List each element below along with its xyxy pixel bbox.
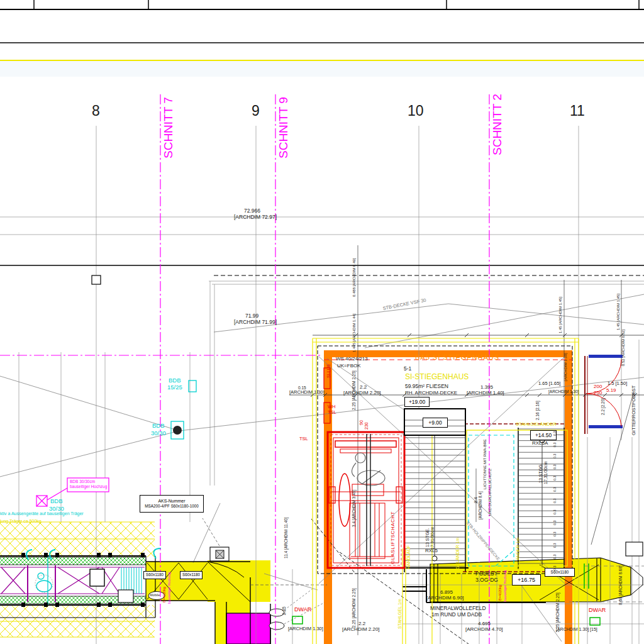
- duct-hochzug-1: bauseitiger Hochzug: [168, 572, 172, 604]
- steel-railing-label-2: STAHLGEL.1m: [397, 599, 402, 629]
- aks-line-1: AKS-Nummer: [158, 499, 185, 503]
- dim-145-right: 1.45 [ARCHDIM 1.45]: [616, 294, 620, 330]
- rxl5-label: RXL5: [425, 548, 438, 553]
- dim-165: 1.65 [1.65]: [538, 381, 560, 386]
- person-figure: [352, 453, 385, 486]
- light-tunnel-note-1: LICHTTONNE MIT RWA-BRE: [483, 439, 487, 489]
- tsl-label-2: TSL: [299, 436, 308, 441]
- riser-dim: 0.3: [553, 453, 557, 458]
- dim-84-archdim: [ARCHDIM 8.4]: [479, 491, 483, 519]
- elevation-7199-archdim: [ARCHDIM 71.99]: [234, 319, 277, 325]
- grid-label-11: 11: [570, 104, 585, 118]
- dim-145-left: 1.45 [ARCHDIM 1.45]: [558, 297, 562, 333]
- dim-114: 11.4 [ARCHDIM 11.40]: [284, 517, 289, 558]
- riser-dim: 0.3: [553, 521, 557, 526]
- si-lue-label: SI-LUE: [326, 364, 331, 378]
- double-door: [585, 355, 623, 434]
- duct-weight-2: B=4020kg: [499, 585, 502, 601]
- grid-label-8: 8: [92, 104, 100, 118]
- yellow-note: lung Träger ca 500kg: [0, 519, 42, 523]
- rxl5a-label: RXL5A: [532, 441, 548, 446]
- dim-34: 3.4 [ARCHDIM 3.40]: [352, 490, 357, 527]
- dim-84: 8.4: [474, 497, 478, 503]
- bdb-label-1b: 15/25: [167, 384, 182, 391]
- mobile-tag: Mobile: [150, 594, 160, 597]
- riser-dim: 0.3: [553, 476, 557, 481]
- elevation-7199: 71.99: [245, 313, 258, 319]
- section-label-2: SCHNITT 2: [491, 94, 503, 155]
- magenta-note-2: bauseitiger Hochzug: [70, 485, 107, 489]
- shaft-centerlines: [367, 434, 370, 566]
- leader-line: [591, 391, 634, 545]
- riser-dim: 0.3: [553, 509, 557, 514]
- dim-22-upper: 2.2: [360, 385, 367, 390]
- level-box-1675: +16.75: [512, 574, 541, 586]
- dim-225-left: 2.25: [282, 606, 286, 615]
- riser-dim: 0.3: [553, 431, 557, 436]
- door-height: 250: [594, 391, 602, 396]
- cyan-note: ktiv a Aussengeräte auf bauseitigen Träg…: [0, 511, 84, 516]
- riser-dim: 0.3: [553, 487, 557, 492]
- riser-dim: 0.3: [553, 554, 557, 559]
- dim-220-upper: [ARCHDIM 2.20]: [343, 391, 381, 396]
- grating-podium-label: GITTERROSTPODEST: [631, 386, 636, 435]
- room-area: 59.95m² FLIESEN: [405, 384, 448, 389]
- wh-label: WH: [328, 404, 336, 409]
- tsl-label: TSL: [328, 410, 336, 415]
- bdb-column-symbol: [173, 426, 182, 435]
- dim-220-lower: [ARCHDIM 2.20]: [342, 627, 380, 632]
- dim-22-lower: 2.2: [358, 621, 365, 626]
- dim-052: 0.52 [ARCHDIM 0.52]: [621, 330, 625, 366]
- dim-690: [ARCHDIM 6.90]: [426, 596, 464, 601]
- dim-130-door: [ARCHDIM 1.30]: [548, 390, 579, 394]
- dim-1395: 1.395: [480, 385, 493, 390]
- grid-label-10: 10: [408, 104, 424, 118]
- riser-dim: 0.3: [553, 442, 557, 447]
- aks-line-2: MSA200-4/PF S60x1180-1000: [145, 504, 198, 508]
- grid-label-9: 9: [252, 104, 260, 118]
- riser-dim: 0.3: [553, 543, 557, 548]
- dim-868: 8.68 [ARCHDIM 8.68]: [619, 565, 623, 605]
- door-number: 5.19: [606, 388, 616, 393]
- door-width: 200: [594, 384, 602, 389]
- dim-216: 2.16 [2.16]: [536, 401, 540, 420]
- riser-dim: 0.3: [553, 532, 557, 537]
- duct-label-1: S60x1180: [143, 571, 166, 579]
- faint-band: [0, 61, 644, 77]
- riser-dim: 0.3: [553, 465, 557, 470]
- mineral-wool-note-2: 1m RUND UM DADB: [431, 612, 482, 618]
- stair-count-right: 13 STGG.: [538, 463, 543, 483]
- dim-225-right: 2.25 [ARCHDIM 2.25]: [556, 592, 560, 632]
- glass-lift-label: GLASLIFTSCHACHT: [391, 511, 396, 564]
- uk-note: UK=FBOK: [337, 364, 361, 369]
- stair-riser-left: 17,31/30cm: [430, 526, 435, 550]
- magenta-duct-drop: [226, 613, 270, 644]
- riser-dim: 0.3: [553, 498, 557, 503]
- dim-22-door: 2.2 [2.20]: [601, 398, 606, 415]
- dim-130-right: [ARCHDIM 1.30] [15]: [556, 627, 597, 631]
- elevation-72966: 72.966: [244, 208, 260, 214]
- dim-225-upper: 2.25 [ARCHDIM 2.25]: [352, 370, 357, 410]
- dim-150: 1.5 [1.50]: [608, 381, 627, 386]
- dim-130-rot: [ARCHDIM 1.30]: [564, 353, 567, 381]
- bdb-label-1a: BDB: [169, 377, 181, 384]
- ws-note: WS 40/24/213: [336, 357, 368, 362]
- duct-hochzug-2: bauseitiger Hochzug: [504, 570, 508, 602]
- bdb-label-2b: 30/30: [151, 430, 166, 436]
- railing-label-1: GELÄNDER 1m: [455, 538, 460, 569]
- mineral-wool-note-1: MINERALWOLLEFELD: [430, 606, 486, 611]
- section-label-9: SCHNITT 9: [277, 97, 289, 158]
- dim-130-lower: [ARCHDIM 1.30]: [288, 626, 323, 631]
- dim-140: [ARCHDIM 1.40]: [467, 391, 504, 396]
- handrail-label: HANDLAUF: [406, 545, 411, 569]
- dim-1445: 1.445 [ARCHDIM 1.44]: [352, 314, 356, 352]
- level-box-19: +19.00: [404, 397, 430, 407]
- room-height-note: RH. ARCHDIM-DECKE: [405, 391, 457, 396]
- dim-6895: 6.895: [440, 590, 453, 595]
- duct-weight-1: B=4020kg: [163, 587, 167, 602]
- plan-linework: [0, 0, 644, 644]
- dim-470: [ARCHDIM 4.70]: [465, 627, 503, 632]
- dim-4695: 4.695: [478, 621, 491, 626]
- aks-number-box: AKS-Nummer MSA200-4/PF S60x1180-1000: [140, 495, 204, 513]
- duct-label-2: S60x1180: [180, 571, 203, 579]
